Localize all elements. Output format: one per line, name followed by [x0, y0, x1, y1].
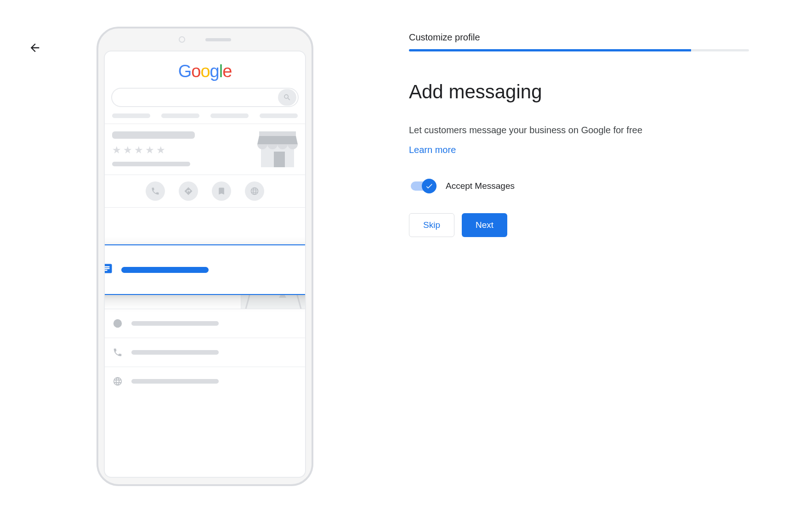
search-bar-placeholder	[111, 88, 299, 107]
main-content: Customize profile Add messaging Let cust…	[409, 32, 749, 237]
page-title: Add messaging	[409, 81, 749, 103]
progress-fill	[409, 49, 691, 51]
accept-messages-toggle[interactable]	[411, 181, 434, 191]
phone-icon	[112, 347, 123, 357]
google-logo: Google	[105, 51, 305, 88]
save-icon	[212, 181, 231, 201]
clock-icon	[112, 318, 123, 328]
messaging-highlight-card	[104, 244, 306, 295]
progress-bar	[409, 49, 749, 51]
message-icon	[104, 263, 113, 277]
search-icon	[283, 93, 291, 102]
storefront-icon	[257, 131, 298, 167]
next-button[interactable]: Next	[462, 213, 507, 237]
arrow-left-icon	[28, 41, 41, 54]
phone-illustration: Google ★★★★★	[96, 27, 313, 486]
directions-icon	[179, 181, 198, 201]
step-label: Customize profile	[409, 32, 749, 43]
call-icon	[146, 181, 165, 201]
website-icon	[245, 181, 264, 201]
check-icon	[425, 182, 433, 190]
skip-button[interactable]: Skip	[409, 213, 454, 237]
learn-more-link[interactable]: Learn more	[409, 145, 456, 155]
back-button[interactable]	[28, 40, 42, 55]
svg-rect-2	[274, 152, 285, 167]
svg-rect-1	[259, 131, 296, 136]
globe-icon	[112, 376, 123, 386]
page-description: Let customers message your business on G…	[409, 125, 749, 136]
toggle-label: Accept Messages	[446, 181, 515, 191]
